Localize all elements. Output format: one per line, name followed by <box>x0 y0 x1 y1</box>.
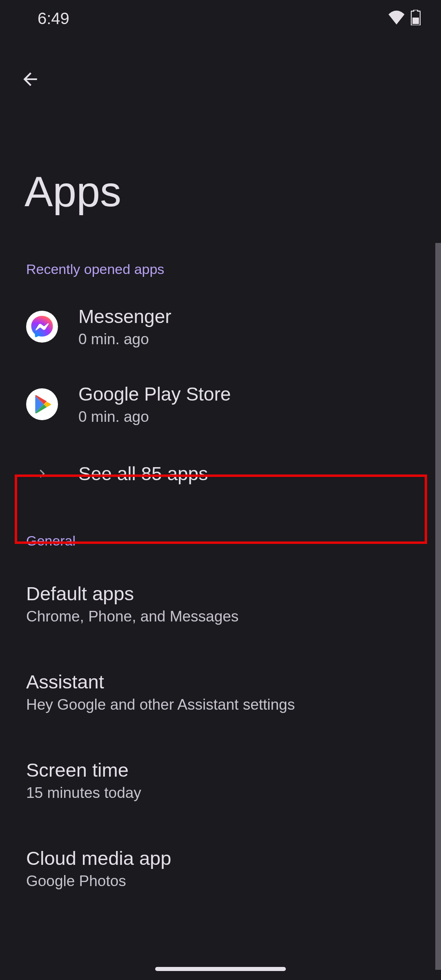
wifi-icon <box>388 11 405 26</box>
navigation-handle[interactable] <box>155 967 286 971</box>
app-subtext-label: 0 min. ago <box>78 408 231 425</box>
app-text-block: Messenger 0 min. ago <box>78 305 172 348</box>
section-header-general: General <box>0 504 441 559</box>
scrollbar[interactable] <box>435 243 441 970</box>
setting-title: Assistant <box>26 670 415 693</box>
svg-rect-0 <box>412 18 419 24</box>
section-header-recent: Recently opened apps <box>0 253 441 288</box>
status-bar: 6:49 <box>0 0 441 37</box>
battery-icon <box>411 10 421 27</box>
play-store-icon <box>26 388 58 420</box>
setting-title: Cloud media app <box>26 847 415 869</box>
content-area: Recently opened apps Messenger 0 min. ag… <box>0 253 441 912</box>
arrow-back-icon <box>20 69 40 91</box>
see-all-label: See all 85 apps <box>78 463 208 485</box>
status-icons <box>388 10 421 27</box>
app-text-block: Google Play Store 0 min. ago <box>78 383 231 425</box>
setting-subtitle: Google Photos <box>26 873 415 890</box>
setting-default-apps[interactable]: Default apps Chrome, Phone, and Messages <box>0 559 441 648</box>
setting-title: Default apps <box>26 582 415 605</box>
setting-subtitle: Hey Google and other Assistant settings <box>26 696 415 713</box>
setting-title: Screen time <box>26 759 415 781</box>
recent-app-playstore[interactable]: Google Play Store 0 min. ago <box>0 365 441 443</box>
app-name-label: Google Play Store <box>78 383 231 405</box>
messenger-icon <box>26 311 58 343</box>
setting-cloud-media-app[interactable]: Cloud media app Google Photos <box>0 824 441 912</box>
setting-screen-time[interactable]: Screen time 15 minutes today <box>0 736 441 824</box>
status-time: 6:49 <box>38 9 69 28</box>
app-subtext-label: 0 min. ago <box>78 331 172 348</box>
setting-subtitle: Chrome, Phone, and Messages <box>26 608 415 625</box>
setting-assistant[interactable]: Assistant Hey Google and other Assistant… <box>0 648 441 736</box>
see-all-apps-button[interactable]: See all 85 apps <box>0 443 441 504</box>
chevron-right-icon <box>26 458 58 490</box>
recent-app-messenger[interactable]: Messenger 0 min. ago <box>0 288 441 365</box>
setting-subtitle: 15 minutes today <box>26 784 415 802</box>
back-button[interactable] <box>16 65 45 95</box>
page-title: Apps <box>24 167 121 216</box>
app-name-label: Messenger <box>78 305 172 327</box>
